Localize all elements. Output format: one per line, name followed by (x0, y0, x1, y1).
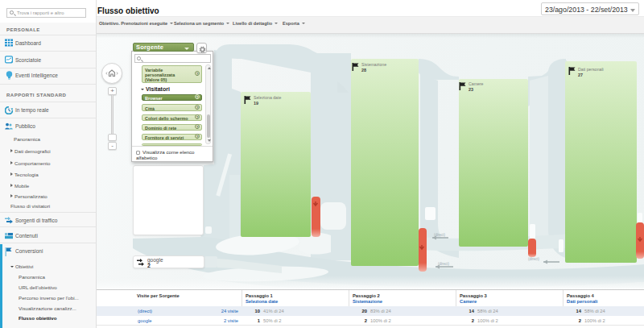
svg-text:(direct): (direct) (528, 257, 540, 261)
svg-text:(direct): (direct) (438, 262, 450, 266)
